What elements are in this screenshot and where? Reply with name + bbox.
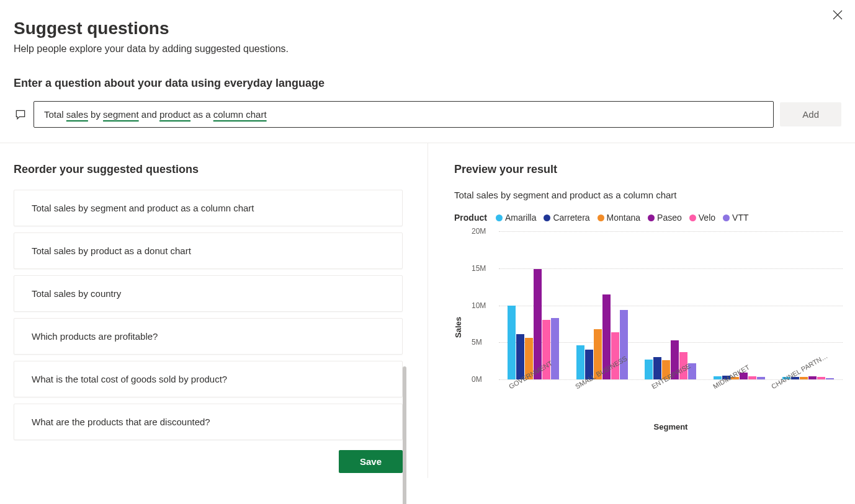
- bar: [645, 360, 653, 379]
- bar-group: [508, 231, 559, 379]
- close-icon: [833, 10, 843, 20]
- legend-label: Product: [454, 213, 487, 223]
- legend-item: Amarilla: [496, 213, 537, 223]
- chart-legend: Product Amarilla Carretera Montana Paseo…: [454, 213, 843, 223]
- legend-item: VTT: [723, 213, 748, 223]
- legend-item: Velo: [689, 213, 715, 223]
- preview-title: Preview your result: [454, 163, 843, 176]
- y-tick: 10M: [472, 301, 486, 310]
- bar: [757, 377, 765, 379]
- question-card[interactable]: What are the products that are discounte…: [14, 404, 403, 440]
- y-tick: 5M: [472, 338, 482, 347]
- save-button[interactable]: Save: [339, 450, 403, 473]
- bar: [817, 377, 825, 379]
- bar: [576, 345, 584, 379]
- chat-icon: [14, 108, 27, 122]
- y-axis-label: Sales: [454, 317, 463, 338]
- scrollbar[interactable]: [403, 366, 406, 504]
- page-subtitle: Help people explore your data by adding …: [14, 43, 841, 55]
- question-card[interactable]: Total sales by country: [14, 275, 403, 312]
- page-title: Suggest questions: [14, 19, 841, 38]
- bar: [551, 318, 559, 379]
- add-button[interactable]: Add: [780, 102, 841, 126]
- bar: [508, 306, 516, 380]
- legend-item: Paseo: [648, 213, 682, 223]
- question-card[interactable]: Total sales by segment and product as a …: [14, 190, 403, 226]
- x-axis-label: Segment: [499, 422, 843, 431]
- question-input[interactable]: Total sales by segment and product as a …: [34, 101, 774, 128]
- question-card[interactable]: Total sales by product as a donut chart: [14, 232, 403, 269]
- question-card[interactable]: Which products are profitable?: [14, 318, 403, 355]
- bar-group: [714, 231, 765, 379]
- y-tick: 15M: [472, 264, 486, 273]
- bar: [800, 377, 808, 379]
- questions-list: Total sales by segment and product as a …: [14, 190, 403, 440]
- y-tick: 0M: [472, 375, 482, 384]
- bar: [826, 378, 834, 379]
- prompt-label: Enter a question about your data using e…: [14, 77, 841, 90]
- bar: [611, 332, 619, 379]
- bar: [748, 376, 756, 379]
- bar: [516, 334, 524, 379]
- bar: [620, 310, 628, 379]
- bar: [653, 357, 661, 379]
- bar: [808, 376, 817, 379]
- close-button[interactable]: [831, 9, 844, 21]
- question-card[interactable]: What is the total cost of goods sold by …: [14, 361, 403, 397]
- y-tick: 20M: [472, 227, 486, 236]
- preview-subtitle: Total sales by segment and product as a …: [454, 190, 843, 200]
- legend-item: Carretera: [544, 213, 589, 223]
- column-chart: Sales 0M5M10M15M20M GOVERNMENTSMALL BUSI…: [467, 231, 843, 423]
- bar-group: [645, 231, 696, 379]
- legend-item: Montana: [598, 213, 640, 223]
- bar: [534, 269, 542, 379]
- reorder-title: Reorder your suggested questions: [14, 163, 403, 176]
